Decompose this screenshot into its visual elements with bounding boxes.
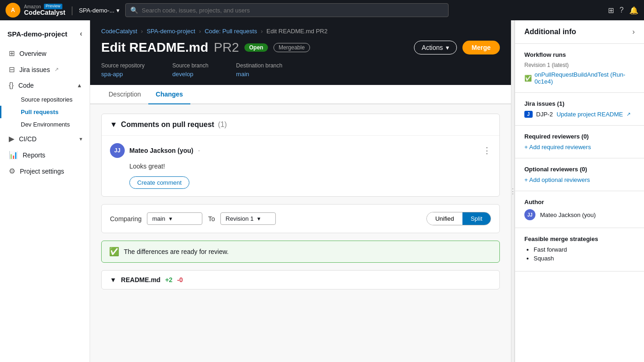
app-layout: SPA-demo-project ‹ ⊞ Overview ⊟ Jira iss…	[0, 20, 644, 362]
add-required-reviewers-link[interactable]: + Add required reviewers	[524, 144, 635, 151]
optional-reviewers-section: Optional reviewers (0) + Add optional re…	[515, 158, 644, 191]
sidebar-project-name: SPA-demo-project	[7, 30, 67, 38]
avatar: JJ	[110, 143, 125, 158]
sidebar-item-dev-environments[interactable]: Dev Environments	[0, 118, 90, 131]
right-panel-title: Additional info	[524, 28, 576, 36]
comparing-label: Comparing	[110, 215, 141, 223]
add-optional-reviewers-link[interactable]: + Add optional reviewers	[524, 176, 635, 183]
success-icon: ✅	[109, 247, 119, 257]
grid-icon[interactable]: ⊞	[608, 6, 614, 15]
search-input[interactable]	[142, 7, 444, 14]
diff-view-toggle: Unified Split	[426, 212, 491, 225]
tab-changes[interactable]: Changes	[148, 85, 190, 104]
diff-removals: -0	[177, 276, 182, 284]
diff-ready-notice: ✅ The differences are ready for review.	[101, 241, 500, 263]
logo-icon: A	[6, 3, 20, 18]
jira-icon: ⊟	[9, 65, 15, 74]
source-repo-value[interactable]: spa-app	[101, 71, 145, 78]
workflow-success-icon: ✅	[524, 75, 532, 82]
comment-text: Looks great!	[110, 163, 491, 170]
panel-collapse-btn[interactable]: ›	[632, 28, 635, 36]
sidebar-collapse-btn[interactable]: ‹	[80, 30, 82, 38]
sidebar-item-overview[interactable]: ⊞ Overview	[0, 45, 90, 61]
pr-title-row: Edit README.md PR2 Open Mergeable Action…	[101, 40, 500, 55]
source-repo-meta: Source repository spa-app	[101, 62, 145, 78]
file-name: README.md	[121, 276, 161, 284]
comments-count: (1)	[218, 121, 227, 129]
create-comment-button[interactable]: Create comment	[129, 176, 189, 189]
top-nav-icons: ⊞ ? 🔔	[608, 6, 638, 15]
comparing-to-label: To	[208, 215, 215, 223]
cicd-icon: ▶	[9, 134, 14, 143]
merge-strategies-section: Feasible merge strategies Fast forward S…	[515, 228, 644, 272]
sidebar: SPA-demo-project ‹ ⊞ Overview ⊟ Jira iss…	[0, 20, 90, 362]
workflow-revision: Revision 1 (latest)	[524, 62, 635, 68]
comment-block: JJ Mateo Jackson (you) - ⋮ Looks great! …	[102, 135, 499, 196]
workflow-status-row: ✅ onPullRequestBuildAndTest (Run-0c1e4)	[524, 71, 635, 85]
panel-divider[interactable]: ⋮	[511, 20, 515, 362]
sidebar-item-jira[interactable]: ⊟ Jira issues ↗	[0, 61, 90, 78]
external-link-icon: ↗	[55, 66, 59, 72]
required-reviewers-section: Required reviewers (0) + Add required re…	[515, 126, 644, 158]
project-selector[interactable]: SPA-demo-... ▾	[79, 7, 120, 14]
jira-link[interactable]: Update project README	[557, 111, 623, 118]
bell-icon[interactable]: 🔔	[629, 6, 638, 15]
file-diff-header: ▼ README.md +2 -0	[101, 270, 500, 290]
pr-meta: Source repository spa-app Source branch …	[101, 62, 500, 78]
author-name: Mateo Jackson (you)	[540, 211, 596, 218]
code-icon: {}	[9, 81, 14, 90]
unified-view-btn[interactable]: Unified	[427, 212, 462, 225]
jira-title: Jira issues (1)	[524, 100, 635, 107]
sidebar-item-cicd[interactable]: ▶ CI/CD ▾	[0, 131, 90, 147]
merge-strategy-1: Squash	[534, 255, 635, 262]
collapse-file-icon[interactable]: ▼	[110, 276, 116, 284]
jira-section: Jira issues (1) J DJP-2 Update project R…	[515, 93, 644, 126]
workflow-run-link[interactable]: onPullRequestBuildAndTest (Run-0c1e4)	[535, 71, 635, 85]
sidebar-item-source-repos[interactable]: Source repositories	[0, 93, 90, 106]
sidebar-item-pull-requests[interactable]: Pull requests	[0, 106, 90, 118]
source-branch-value[interactable]: develop	[172, 71, 208, 78]
actions-chevron-icon: ▾	[446, 44, 449, 51]
help-icon[interactable]: ?	[620, 6, 624, 14]
sidebar-item-reports[interactable]: 📊 Reports	[0, 147, 90, 163]
pr-title: Edit README.md	[101, 40, 208, 55]
top-nav: A Amazon Preview CodeCatalyst | SPA-demo…	[0, 0, 644, 20]
author-row: JJ Mateo Jackson (you)	[524, 209, 635, 220]
merge-button[interactable]: Merge	[462, 41, 500, 54]
breadcrumb-codecatalyst[interactable]: CodeCatalyst	[101, 28, 137, 35]
search-icon: 🔍	[130, 6, 138, 14]
author-title: Author	[524, 199, 635, 205]
to-revision-select[interactable]: Revision 1 ▾	[220, 212, 276, 225]
nav-separator: |	[71, 5, 73, 16]
split-view-btn[interactable]: Split	[462, 212, 491, 225]
project-selector-chevron: ▾	[116, 7, 120, 14]
cicd-expand-icon: ▾	[79, 136, 82, 142]
from-branch-select[interactable]: main ▾	[147, 212, 202, 225]
tab-description[interactable]: Description	[101, 85, 148, 104]
comment-author-row: JJ Mateo Jackson (you) - ⋮	[110, 143, 491, 158]
breadcrumb-pull-requests[interactable]: Code: Pull requests	[205, 28, 257, 35]
dest-branch-label: Destination branch	[236, 62, 282, 69]
pr-body: ▼ Comments on pull request (1) JJ Mateo …	[90, 104, 511, 362]
sidebar-item-code[interactable]: {} Code ▲	[0, 78, 90, 93]
merge-strategies-list: Fast forward Squash	[524, 246, 635, 262]
sidebar-item-project-settings[interactable]: ⚙ Project settings	[0, 163, 90, 179]
breadcrumb: CodeCatalyst › SPA-demo-project › Code: …	[101, 28, 500, 35]
badge-open: Open	[244, 43, 268, 52]
jira-item: J DJP-2 Update project README ↗	[524, 111, 635, 118]
dest-branch-value[interactable]: main	[236, 71, 282, 78]
comments-collapse-icon[interactable]: ▼	[110, 121, 117, 129]
required-reviewers-title: Required reviewers (0)	[524, 133, 635, 140]
author-avatar: JJ	[524, 209, 535, 220]
comments-title: Comments on pull request	[121, 121, 214, 129]
comment-menu-icon[interactable]: ⋮	[483, 145, 491, 156]
from-branch-chevron: ▾	[169, 215, 172, 222]
breadcrumb-project[interactable]: SPA-demo-project	[146, 28, 195, 35]
search-bar[interactable]: 🔍	[125, 3, 449, 17]
source-repo-label: Source repository	[101, 62, 145, 69]
comparing-row: Comparing main ▾ To Revision 1 ▾ Unified…	[101, 204, 500, 233]
actions-button[interactable]: Actions ▾	[414, 41, 457, 54]
right-panel-header: Additional info ›	[515, 20, 644, 44]
comments-header: ▼ Comments on pull request (1)	[102, 114, 499, 135]
sidebar-project-header: SPA-demo-project ‹	[0, 26, 90, 45]
